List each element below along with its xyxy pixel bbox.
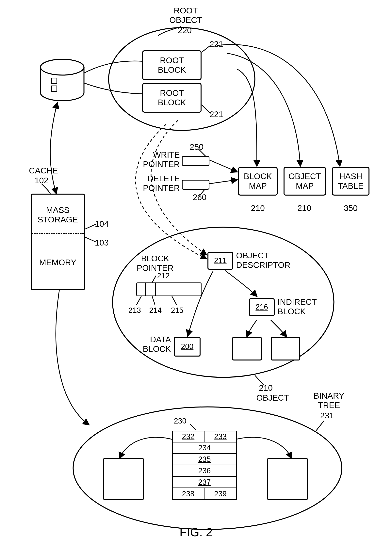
binary-tree-ref: 231: [320, 411, 334, 420]
binary-tree-label: BINARY TREE: [307, 391, 351, 410]
tree-cell-232: 232: [172, 431, 204, 443]
tree-cell-235: 235: [172, 454, 237, 465]
object-ref: 210: [259, 383, 273, 393]
tree-node-table: 232 233 234 235 236 237 238 239: [172, 431, 237, 500]
tree-cell-237: 237: [172, 477, 237, 488]
memory-label: MEMORY: [32, 258, 84, 267]
block-pointer-bar: [136, 283, 202, 296]
memory-ref: 103: [95, 238, 109, 248]
write-pointer-ref: 250: [190, 142, 203, 152]
object-descriptor-label: OBJECT DESCRIPTOR: [236, 251, 295, 270]
bp-seg-a: 213: [128, 306, 141, 315]
delete-pointer-box: [182, 180, 209, 190]
block-pointer-label: BLOCK POINTER: [132, 254, 178, 273]
svg-rect-2: [51, 78, 57, 83]
bp-seg-b: 214: [149, 306, 162, 315]
bp-seg-c: 215: [171, 306, 183, 315]
indirect-block-num: 216: [249, 298, 275, 316]
indirect-block-label: INDIRECT BLOCK: [278, 297, 329, 316]
disk-icon: [41, 59, 84, 101]
data-block-num: 200: [174, 337, 201, 356]
tree-node-ref: 230: [174, 417, 186, 426]
object-label: OBJECT: [253, 393, 292, 402]
root-block-b: ROOT BLOCK: [142, 83, 202, 112]
indirect-child-b: [271, 337, 300, 361]
tree-leaf-left: [103, 458, 144, 500]
root-block-b-ref: 221: [209, 110, 223, 119]
object-map-box: OBJECT MAP: [284, 167, 326, 195]
tree-cell-238: 238: [172, 488, 204, 500]
write-pointer-box: [182, 156, 209, 166]
root-object-label: ROOT OBJECT: [164, 6, 208, 25]
data-block-label: DATA BLOCK: [137, 335, 171, 354]
delete-pointer-ref: 260: [193, 193, 207, 202]
block-map-ref: 210: [251, 203, 265, 213]
hash-table-box: HASH TABLE: [332, 167, 369, 195]
write-pointer-label: WRITE POINTER: [134, 150, 180, 169]
cache-box: MASS STORAGE MEMORY: [31, 194, 85, 290]
block-map-box: BLOCK MAP: [238, 167, 278, 195]
object-descriptor-num: 211: [208, 252, 233, 270]
cache-ref: 102: [35, 176, 48, 185]
root-block-a-ref: 221: [209, 40, 223, 49]
delete-pointer-label: DELETE POINTER: [134, 174, 180, 193]
root-object-ref: 220: [178, 26, 192, 35]
tree-cell-233: 233: [204, 431, 237, 443]
tree-cell-239: 239: [204, 488, 237, 500]
block-pointer-ref: 212: [157, 272, 170, 280]
svg-rect-3: [51, 86, 57, 91]
mass-storage-label: MASS STORAGE: [32, 205, 84, 225]
mass-storage-ref: 104: [95, 219, 109, 229]
indirect-child-a: [232, 337, 262, 361]
tree-cell-236: 236: [172, 465, 237, 477]
svg-point-1: [41, 59, 84, 75]
root-block-a: ROOT BLOCK: [142, 50, 202, 80]
tree-cell-234: 234: [172, 443, 237, 454]
figure-caption: FIG. 2: [0, 526, 392, 539]
object-map-ref: 210: [297, 203, 311, 213]
hash-table-ref: 350: [344, 203, 358, 213]
cache-label: CACHE: [27, 166, 60, 175]
tree-leaf-right: [267, 458, 308, 500]
